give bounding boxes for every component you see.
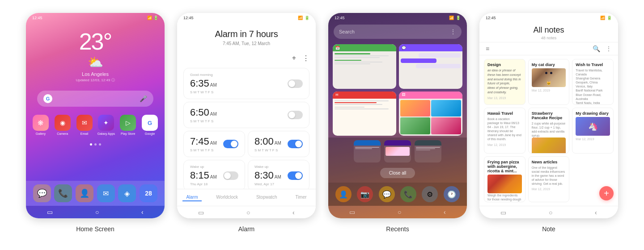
app-email[interactable]: ✉ Email bbox=[75, 115, 93, 135]
note-text-news: One of the biggest social media influenc… bbox=[532, 166, 566, 186]
alarm-toggle-5[interactable] bbox=[223, 171, 238, 180]
alarm-days-3: S M T W T F S bbox=[190, 148, 217, 152]
recent-card-email[interactable]: ✉ bbox=[333, 92, 396, 136]
app-gallery[interactable]: ❋ Gallery bbox=[32, 115, 50, 135]
add-alarm-btn[interactable]: + bbox=[292, 54, 296, 62]
alarm-menu-btn[interactable]: ⋮ bbox=[302, 54, 309, 62]
dock-calendar[interactable]: 28 bbox=[140, 184, 157, 202]
dock-messages[interactable]: 💬 bbox=[33, 184, 51, 202]
tab-stopwatch[interactable]: Stopwatch bbox=[253, 194, 281, 201]
alarm-time-1: 6:35 bbox=[190, 78, 209, 89]
home-btn[interactable]: ○ bbox=[549, 209, 552, 216]
note-card-design[interactable]: Design an idea or phrase of these has be… bbox=[484, 59, 525, 105]
recent-apps-btn[interactable]: ▭ bbox=[349, 208, 355, 216]
clock-icon: 🕐 bbox=[447, 190, 456, 199]
recents-screen: 12:45 📶 🔋 Search ⋮ 📅 bbox=[328, 13, 467, 218]
note-menu-btn[interactable]: ⋮ bbox=[606, 45, 612, 52]
close-all-button[interactable]: Close all bbox=[380, 168, 415, 178]
note-card-news[interactable]: News articles One of the biggest social … bbox=[528, 156, 570, 202]
dock-messages[interactable]: 💬 bbox=[379, 186, 395, 202]
dock-camera[interactable]: 📷 bbox=[357, 186, 373, 202]
playstore-label: Play Store bbox=[121, 132, 135, 135]
temperature: 23° bbox=[79, 30, 112, 53]
recents-screen-frame: 12:45 📶 🔋 Search ⋮ 📅 bbox=[328, 13, 467, 218]
recents-search-bar[interactable]: Search ⋮ bbox=[334, 25, 462, 39]
tab-timer[interactable]: Timer bbox=[292, 194, 310, 201]
playstore-icon: ▷ bbox=[126, 119, 131, 126]
add-note-fab[interactable]: + bbox=[599, 186, 614, 200]
app-google[interactable]: G Google bbox=[141, 115, 159, 135]
note-card-travel[interactable]: Wish to Travel Travel to Manitoba, Canad… bbox=[572, 59, 614, 105]
dock-contacts[interactable]: 👤 bbox=[335, 186, 352, 202]
note-card-pizza[interactable]: Frying pan pizza with aubergine, ricotta… bbox=[484, 156, 525, 202]
note-card-pancake[interactable]: Strawberry Pancake Recipe 2 cups white a… bbox=[528, 108, 570, 154]
alarm-ampm-3: AM bbox=[210, 141, 217, 146]
recents-screen-section: 12:45 📶 🔋 Search ⋮ 📅 bbox=[328, 13, 467, 233]
back-btn[interactable]: ‹ bbox=[595, 209, 597, 216]
camera-label: Camera bbox=[57, 132, 68, 135]
alarm-item[interactable]: Good morning 6:35 AM S M T W T F S bbox=[183, 68, 309, 99]
dock-settings[interactable]: ⚙ bbox=[422, 186, 438, 202]
back-btn[interactable]: ‹ bbox=[444, 208, 446, 216]
recent-card-chat[interactable]: 💬 bbox=[399, 44, 462, 89]
gallery-label: Gallery bbox=[36, 132, 46, 135]
recent-card-gallery[interactable]: 🖼 bbox=[399, 92, 462, 136]
dock-samsung[interactable]: ◈ bbox=[118, 184, 136, 202]
hamburger-menu-btn[interactable]: ≡ bbox=[486, 45, 489, 52]
home-status-bar: 12:45 📶 🔋 bbox=[26, 13, 165, 21]
alarm-item[interactable]: 7:45 AM S M T W T F S bbox=[183, 131, 245, 157]
dock-clock[interactable]: 🕐 bbox=[444, 186, 460, 202]
alarm-label-5: Wake up bbox=[190, 165, 217, 169]
home-search-bar[interactable]: G 🎤 bbox=[37, 91, 153, 107]
note-card-cat[interactable]: My cat diary 🐱 Mar 12, 2019 bbox=[528, 59, 570, 105]
tab-worldclock[interactable]: Worldclock bbox=[212, 194, 242, 201]
recents-status-bar: 12:45 📶 🔋 bbox=[328, 13, 467, 21]
note-title-pancake: Strawberry Pancake Recipe bbox=[532, 111, 566, 120]
note-card-drawing[interactable]: My drawing diary 🦄 Mar 12, 2019 bbox=[572, 108, 614, 154]
alarm-time-4: 8:00 bbox=[254, 136, 274, 147]
alarm-toggle-1[interactable] bbox=[288, 79, 303, 88]
search-menu-icon: ⋮ bbox=[450, 28, 456, 35]
recent-apps-btn[interactable]: ▭ bbox=[198, 209, 204, 216]
alarm-time-5: 8:15 bbox=[190, 170, 209, 181]
app-galaxy[interactable]: ✦ Galaxy Apps bbox=[97, 115, 115, 135]
note-date-cat: Mar 12, 2019 bbox=[532, 89, 566, 92]
updated-text: Updated 12/03, 12:49 ⓘ bbox=[76, 78, 114, 83]
alarm-toggle-3[interactable] bbox=[223, 140, 238, 148]
battery-icon: 🔋 bbox=[456, 16, 461, 20]
alarm-item[interactable]: 6:50 AM S M T W T F S bbox=[183, 102, 309, 128]
note-text-pizza: Weigh the ingredients for those needing … bbox=[487, 193, 522, 202]
alarm-toggle-2[interactable] bbox=[288, 111, 303, 119]
app-playstore[interactable]: ▷ Play Store bbox=[119, 115, 137, 135]
note-search-btn[interactable]: 🔍 bbox=[593, 45, 600, 52]
dock-contacts[interactable]: 👤 bbox=[76, 184, 93, 202]
calendar-icon: 28 bbox=[145, 190, 152, 197]
alarm-item[interactable]: Wake up 8:30 AM Wed, Apr 17 bbox=[248, 160, 309, 189]
note-card-hawaii[interactable]: Hawaii Travel Book a vacation package to… bbox=[484, 108, 525, 154]
dock-chat[interactable]: ✉ bbox=[97, 184, 115, 202]
dock-phone[interactable]: 📞 bbox=[54, 184, 72, 202]
home-btn[interactable]: ○ bbox=[398, 208, 401, 216]
alarm-item[interactable]: 8:00 AM S M T W T F S bbox=[248, 131, 309, 157]
contacts-icon: 👤 bbox=[339, 190, 348, 199]
alarm-toggle-6[interactable] bbox=[288, 171, 303, 180]
alarm-toggle-4[interactable] bbox=[288, 140, 303, 148]
home-btn[interactable]: ○ bbox=[246, 209, 250, 216]
app-camera[interactable]: ◉ Camera bbox=[53, 115, 72, 135]
tab-alarm[interactable]: Alarm bbox=[182, 194, 201, 201]
note-date-news: Mar 12, 2019 bbox=[532, 188, 566, 191]
recent-apps-btn[interactable]: ▭ bbox=[47, 208, 53, 216]
alarm-ampm-2: AM bbox=[210, 112, 217, 117]
dock-phone[interactable]: 📞 bbox=[400, 186, 416, 202]
chat-icon: ✉ bbox=[103, 189, 109, 198]
note-title-news: News articles bbox=[532, 160, 566, 164]
back-btn[interactable]: ‹ bbox=[141, 208, 144, 216]
pancake-image bbox=[532, 138, 566, 154]
alarm-item[interactable]: Wake up 8:15 AM Thu Apr 18 bbox=[183, 160, 245, 189]
back-btn[interactable]: ‹ bbox=[292, 209, 295, 216]
recent-card-calendar[interactable]: 📅 bbox=[333, 44, 396, 89]
recent-apps-btn[interactable]: ▭ bbox=[500, 209, 506, 216]
home-screen-section: 12:45 📶 🔋 23° ⛅ Los Angeles Updated 12/0… bbox=[26, 13, 165, 233]
home-btn[interactable]: ○ bbox=[95, 208, 99, 216]
alarm-header: Alarm in 7 hours 7:45 AM, Tue, 12 March bbox=[177, 21, 316, 52]
